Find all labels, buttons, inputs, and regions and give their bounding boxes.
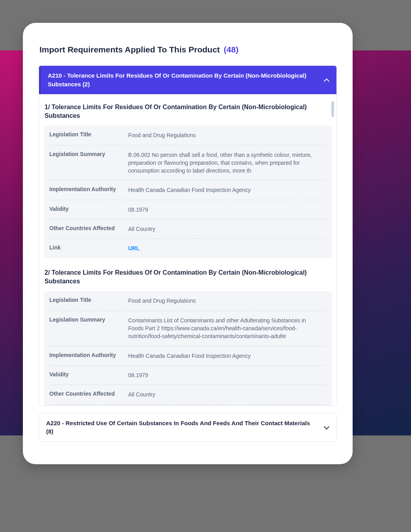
accordion-container: A210 - Tolerance Limits For Residues Of …	[39, 65, 337, 448]
detail-row-validity: Validity 08.1979	[49, 200, 326, 219]
detail-row-other-countries: Other Countries Affected All Country	[49, 219, 326, 239]
page-backdrop: Import Requirements Applied To This Prod…	[0, 0, 411, 532]
detail-row-other-countries: Other Countries Affected All Country	[49, 385, 326, 404]
detail-label: Legislation Summary	[49, 151, 128, 175]
detail-table: Legislation Title Food and Drug Regulati…	[44, 126, 332, 258]
detail-label: Legislation Summary	[49, 316, 128, 340]
detail-value: All Country	[128, 225, 326, 233]
detail-label: Validity	[49, 371, 128, 379]
accordion-body-a210[interactable]: 1/ Tolerance Limits For Residues Of Or C…	[39, 94, 336, 406]
accordion-header-a210[interactable]: A210 - Tolerance Limits For Residues Of …	[39, 66, 336, 94]
accordion-header-label: A220 - Restricted Use Of Certain Substan…	[46, 419, 310, 436]
dialog-title: Import Requirements Applied To This Prod…	[39, 45, 220, 54]
detail-row-implementation-authority: Implementation Authority Health Canada C…	[49, 180, 326, 200]
accordion-header-a220[interactable]: A220 - Restricted Use Of Certain Substan…	[39, 413, 336, 442]
requirement-item-title: 1/ Tolerance Limits For Residues Of Or C…	[44, 100, 332, 126]
detail-label: Other Countries Affected	[49, 225, 128, 233]
detail-row-legislation-title: Legislation Title Food and Drug Regulati…	[49, 126, 326, 145]
detail-label: Other Countries Affected	[49, 391, 128, 398]
accordion-header-label: A210 - Tolerance Limits For Residues Of …	[48, 71, 312, 89]
detail-label: Legislation Title	[49, 297, 128, 305]
detail-table: Legislation Title Food and Drug Regulati…	[44, 291, 332, 405]
detail-label: Legislation Title	[49, 131, 128, 139]
detail-row-validity: Validity 08.1979	[49, 366, 326, 385]
detail-value: 08.1979	[128, 371, 326, 379]
detail-value: URL	[128, 244, 326, 252]
detail-label: Implementation Authority	[49, 352, 128, 360]
detail-row-legislation-summary: Legislation Summary Contaminants List of…	[49, 311, 326, 346]
requirement-count-badge: (48)	[224, 45, 238, 54]
detail-value: 08.1979	[128, 206, 326, 214]
detail-value: Food and Drug Regulations	[128, 131, 326, 139]
dialog: Import Requirements Applied To This Prod…	[23, 23, 353, 464]
detail-row-implementation-authority: Implementation Authority Health Canada C…	[49, 346, 326, 366]
detail-value: Food and Drug Regulations	[128, 297, 326, 305]
inner-scrollbar-thumb[interactable]	[331, 101, 334, 117]
detail-value: Contaminants List of Contaminants and ot…	[128, 316, 326, 340]
detail-label: Validity	[49, 206, 128, 214]
detail-row-link: Link URL	[49, 239, 326, 258]
detail-value: Health Canada Canadian Food Inspection A…	[128, 186, 326, 194]
detail-row-legislation-title: Legislation Title Food and Drug Regulati…	[49, 291, 326, 311]
requirement-item-title: 2/ Tolerance Limits For Residues Of Or C…	[44, 266, 332, 292]
detail-value: B.06.002 No person shall sell a food, ot…	[128, 151, 326, 175]
chevron-up-icon	[324, 77, 329, 83]
url-link[interactable]: URL	[128, 245, 140, 251]
accordion-panel-a210: A210 - Tolerance Limits For Residues Of …	[39, 65, 337, 406]
requirement-item: 2/ Tolerance Limits For Residues Of Or C…	[39, 260, 336, 406]
detail-row-legislation-summary: Legislation Summary B.06.002 No person s…	[49, 145, 326, 181]
detail-value: All Country	[128, 391, 326, 398]
detail-value: Health Canada Canadian Food Inspection A…	[128, 352, 326, 360]
detail-label: Implementation Authority	[49, 186, 128, 194]
detail-row-link: Link URL	[49, 405, 326, 406]
accordion-panel-a220: A220 - Restricted Use Of Certain Substan…	[39, 413, 337, 442]
requirement-item: 1/ Tolerance Limits For Residues Of Or C…	[39, 94, 336, 260]
chevron-down-icon	[324, 424, 329, 430]
dialog-title-row: Import Requirements Applied To This Prod…	[39, 45, 337, 54]
detail-label: Link	[49, 244, 128, 252]
